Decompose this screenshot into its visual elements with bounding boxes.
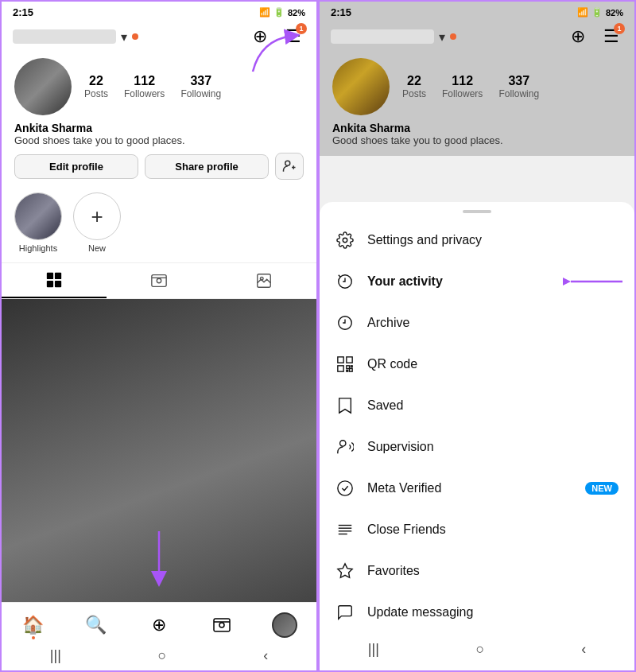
- home-dot-left: [32, 636, 35, 639]
- menu-item-archive[interactable]: Archive: [320, 302, 634, 344]
- status-bar-right: 2:15 📶 🔋 82%: [320, 2, 634, 21]
- menu-item-friends[interactable]: Close Friends: [320, 509, 634, 550]
- menu-item-settings[interactable]: Settings and privacy: [320, 219, 634, 261]
- followers-stat-left: 112 Followers: [124, 74, 165, 99]
- profile-section-right: 22 Posts 112 Followers 337 Following: [320, 52, 634, 118]
- menu-item-saved[interactable]: Saved: [320, 385, 634, 426]
- dropdown-icon-right[interactable]: ▾: [439, 29, 445, 45]
- favorites-label: Favorites: [367, 564, 619, 578]
- svg-point-8: [157, 278, 161, 283]
- home-nav-left[interactable]: 🏠: [19, 611, 48, 639]
- bio-section-left: Ankita Sharma Good shoes take you to goo…: [2, 118, 316, 153]
- meta-icon: [335, 479, 355, 498]
- top-bar-left: ▾ ⊕ ☰ 1: [2, 21, 316, 52]
- dropdown-icon-left[interactable]: ▾: [121, 29, 127, 45]
- following-stat-left: 337 Following: [180, 74, 221, 99]
- bio-text-right: Good shoes take you to good places.: [332, 134, 622, 146]
- create-nav-left[interactable]: ⊕: [145, 611, 173, 639]
- menu-item-supervision[interactable]: Supervision: [320, 426, 634, 468]
- tab-reels[interactable]: [107, 263, 211, 298]
- svg-rect-18: [338, 357, 343, 363]
- followers-label-right: Followers: [442, 88, 483, 99]
- battery-icon: 🔋: [273, 7, 285, 17]
- posts-num-left: 22: [89, 74, 103, 88]
- add-post-button-right[interactable]: ⊕: [566, 25, 590, 49]
- svg-rect-19: [347, 357, 352, 363]
- home-btn-left[interactable]: ○: [158, 647, 167, 664]
- menu-item-meta[interactable]: Meta Verified NEW: [320, 468, 634, 509]
- svg-marker-31: [338, 564, 352, 577]
- right-phone: 2:15 📶 🔋 82% ▾ ⊕ ☰ 1: [318, 0, 636, 672]
- new-highlight-item[interactable]: + New: [73, 192, 121, 253]
- menu-item-qrcode[interactable]: QR code: [320, 344, 634, 385]
- signal-icon-right: 📶: [577, 7, 588, 17]
- saved-label: Saved: [367, 398, 619, 413]
- battery-icon-right: 🔋: [591, 7, 603, 17]
- avatar-left: [14, 58, 72, 115]
- add-person-button[interactable]: [275, 153, 304, 180]
- following-num-right: 337: [508, 74, 529, 88]
- share-profile-button[interactable]: Share profile: [145, 154, 269, 179]
- menu-item-activity[interactable]: Your activity: [320, 261, 634, 302]
- activity-icon: [335, 272, 355, 291]
- notif-badge-right: 1: [614, 23, 625, 34]
- search-nav-left[interactable]: 🔍: [82, 611, 111, 639]
- highlights-circle: [14, 192, 62, 240]
- qrcode-icon: [335, 355, 355, 374]
- recent-apps-btn-right[interactable]: |||: [368, 641, 379, 658]
- home-btn-right[interactable]: ○: [476, 641, 485, 658]
- add-post-button-left[interactable]: ⊕: [248, 25, 272, 49]
- following-label-right: Following: [498, 88, 539, 99]
- following-num-left: 337: [190, 74, 211, 88]
- svg-point-0: [285, 161, 290, 165]
- svg-rect-23: [347, 370, 348, 371]
- archive-icon: [335, 313, 355, 332]
- friends-icon: [335, 520, 355, 539]
- status-icons-right: 📶 🔋 82%: [577, 7, 623, 17]
- signal-icon: 📶: [259, 7, 270, 17]
- svg-rect-3: [47, 273, 53, 279]
- reels-nav-left[interactable]: [207, 611, 236, 639]
- following-label-left: Following: [180, 88, 221, 99]
- recent-apps-btn-left[interactable]: |||: [50, 647, 61, 664]
- svg-point-13: [219, 623, 224, 627]
- posts-label-right: Posts: [402, 88, 426, 99]
- back-btn-right[interactable]: ‹: [581, 641, 586, 658]
- bio-text-left: Good shoes take you to good places.: [14, 134, 304, 146]
- followers-label-left: Followers: [124, 88, 165, 99]
- status-bar-left: 2:15 📶 🔋 82%: [2, 2, 316, 21]
- menu-item-favorites[interactable]: Favorites: [320, 550, 634, 592]
- battery-pct-left: 82%: [288, 8, 305, 17]
- posts-stat-left: 22 Posts: [84, 74, 108, 99]
- time-right: 2:15: [331, 6, 351, 18]
- favorites-icon: [335, 561, 355, 581]
- tab-grid[interactable]: [2, 263, 107, 298]
- menu-item-messaging[interactable]: Update messaging: [320, 592, 634, 633]
- svg-rect-24: [350, 369, 353, 372]
- username-row-right: ▾: [331, 29, 561, 45]
- bio-name-left: Ankita Sharma: [14, 122, 304, 134]
- bottom-sheet: Settings and privacy Your activity: [320, 202, 634, 670]
- menu-button-right[interactable]: ☰ 1: [599, 25, 623, 49]
- messaging-icon: [335, 603, 355, 622]
- tab-tagged[interactable]: [211, 263, 316, 298]
- menu-button-left[interactable]: ☰ 1: [281, 25, 305, 49]
- posts-label-left: Posts: [84, 88, 108, 99]
- svg-point-15: [343, 238, 347, 243]
- svg-point-26: [338, 481, 352, 495]
- svg-rect-6: [55, 281, 61, 287]
- back-btn-left[interactable]: ‹: [263, 647, 268, 664]
- battery-pct-right: 82%: [606, 8, 623, 17]
- stats-right: 22 Posts 112 Followers 337 Following: [402, 74, 539, 99]
- tabs-row-left: [2, 262, 316, 299]
- red-dot-left: [132, 33, 138, 40]
- edit-profile-button[interactable]: Edit profile: [14, 154, 138, 179]
- qrcode-label: QR code: [367, 357, 619, 371]
- arrow-nav-annotation: [135, 527, 183, 591]
- profile-nav-left[interactable]: [270, 611, 299, 639]
- left-phone: 2:15 📶 🔋 82% ▾ ⊕ ☰ 1: [0, 0, 318, 672]
- highlights-item[interactable]: Highlights: [14, 192, 62, 253]
- username-bar-right: [331, 29, 434, 44]
- svg-rect-22: [351, 366, 352, 367]
- settings-icon: [335, 231, 355, 250]
